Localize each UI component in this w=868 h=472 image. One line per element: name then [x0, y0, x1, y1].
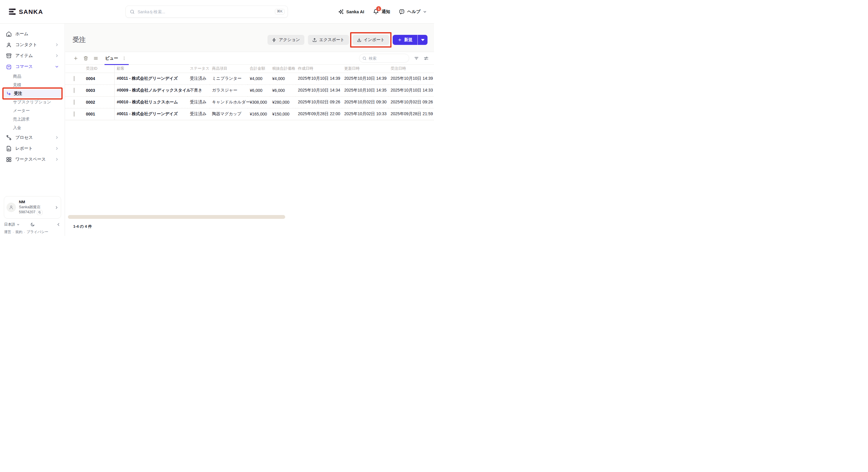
sidebar-subitem-invoices[interactable]: 売上請求 — [4, 115, 61, 123]
sidebar-subitem-orders[interactable]: 受注 — [4, 89, 61, 98]
sidebar-item-home[interactable]: ホーム — [4, 28, 61, 39]
dark-mode-toggle[interactable] — [30, 223, 35, 227]
sidebar-item-reports[interactable]: レポート — [4, 143, 61, 154]
sparkles-icon — [338, 9, 344, 15]
cell-customer[interactable]: #0011 - 株式会社グリーンデイズ — [114, 73, 187, 85]
table-row[interactable]: 0004 #0011 - 株式会社グリーンデイズ 受注済み ミニプランター ¥4… — [65, 73, 434, 85]
sidebar-item-label: ホーム — [16, 31, 28, 37]
cell-order-id[interactable]: 0004 — [86, 73, 114, 85]
column-header-total[interactable]: 合計金額 — [247, 65, 270, 73]
column-header-created[interactable]: 作成日時 — [296, 65, 342, 73]
chevron-right-icon — [55, 206, 58, 209]
cell-status: 受注済み — [187, 96, 210, 108]
column-header-item[interactable]: 商品項目 — [210, 65, 247, 73]
row-checkbox[interactable] — [74, 99, 74, 105]
sidebar-item-contacts[interactable]: コンタクト — [4, 39, 61, 50]
orders-table-card: ビュー — [65, 52, 434, 236]
table-row[interactable]: 0001 #0011 - 株式会社グリーンデイズ 受注済み 陶器マグカップ ¥1… — [65, 108, 434, 120]
moon-icon — [30, 223, 35, 227]
table-search-input[interactable] — [369, 56, 406, 61]
cell-updated: 2025年10月10日 14:35 — [342, 85, 388, 96]
sidebar: ホーム コンタクト アイテム — [0, 24, 65, 236]
cell-order-id[interactable]: 0002 — [86, 96, 114, 108]
footer-link-operations[interactable]: 運営 — [4, 230, 11, 235]
cell-ordered: 2025年10月02日 09:26 — [388, 96, 434, 108]
table-row[interactable]: 0003 #0009 - 株式会社ノルディックスタイル 下書き ガラスジャー ¥… — [65, 85, 434, 96]
cell-customer[interactable]: #0010 - 株式会社リュクスホーム — [114, 96, 187, 108]
sidebar-subitem-label: メーター — [13, 108, 30, 113]
sidebar-subitem-meters[interactable]: メーター — [4, 106, 61, 115]
import-button[interactable]: インポート — [352, 35, 389, 45]
sidebar-item-process[interactable]: プロセス — [4, 132, 61, 143]
column-header-status[interactable]: ステータス — [187, 65, 210, 73]
sanka-ai-button[interactable]: Sanka AI — [338, 9, 364, 15]
cell-total: ¥6,000 — [247, 85, 270, 96]
kebab-menu-icon[interactable] — [122, 56, 126, 61]
row-checkbox[interactable] — [74, 88, 74, 93]
avatar — [6, 203, 16, 212]
sidebar-collapse-button[interactable] — [56, 223, 61, 227]
cell-created: 2025年09月28日 22:00 — [296, 108, 342, 120]
chevron-down-icon — [17, 223, 20, 226]
sliders-icon[interactable] — [424, 56, 429, 61]
sidebar-item-workspace[interactable]: ワークスペース — [4, 154, 61, 165]
sidebar-subitem-subscriptions[interactable]: サブスクリプション — [4, 98, 61, 106]
trash-icon — [83, 56, 88, 61]
cell-customer[interactable]: #0009 - 株式会社ノルディックスタイル — [114, 85, 187, 96]
footer-link-terms[interactable]: 規約 — [16, 230, 23, 235]
add-row-button[interactable] — [73, 56, 78, 61]
export-button[interactable]: エクスポート — [308, 35, 349, 45]
cell-created: 2025年10月10日 14:39 — [296, 73, 342, 85]
sidebar-item-commerce[interactable]: コマース — [4, 61, 61, 72]
column-header-ordered[interactable]: 受注日時 — [388, 65, 434, 73]
notification-badge: 1 — [376, 6, 381, 11]
cell-order-id[interactable]: 0003 — [86, 85, 114, 96]
new-button[interactable]: 新規 — [393, 35, 428, 45]
column-header-order-id[interactable]: 受注ID — [86, 65, 114, 73]
filter-icon[interactable] — [414, 56, 419, 61]
table-search[interactable] — [359, 54, 409, 63]
svg-text:?: ? — [401, 10, 403, 13]
user-icon — [6, 42, 12, 48]
help-button[interactable]: ? ヘルプ — [399, 9, 427, 15]
horizontal-scrollbar-thumb[interactable] — [68, 215, 285, 219]
upload-icon — [312, 38, 317, 42]
notifications-button[interactable]: 1 通知 — [373, 8, 390, 15]
global-search-input[interactable] — [137, 9, 272, 14]
sidebar-footer-links: 運営· 規約· プライバシー — [4, 230, 48, 235]
sanka-logo[interactable]: SANKA — [9, 0, 43, 23]
language-selector[interactable]: 日本語 — [4, 222, 20, 227]
sidebar-subitem-quotes[interactable]: 見積 — [4, 81, 61, 89]
cell-order-id[interactable]: 0001 — [86, 108, 114, 120]
plus-icon — [398, 38, 402, 42]
row-checkbox[interactable] — [74, 111, 74, 117]
main-content: 受注 アクション エクスポート インポート 新規 — [65, 24, 434, 236]
row-checkbox[interactable] — [74, 76, 74, 81]
cell-customer[interactable]: #0011 - 株式会社グリーンデイズ — [114, 108, 187, 120]
user-name: NM — [19, 200, 52, 205]
sidebar-item-items[interactable]: アイテム — [4, 50, 61, 61]
delete-button[interactable] — [83, 56, 88, 61]
column-header-customer[interactable]: 顧客 — [114, 65, 187, 73]
sidebar-item-label: プロセス — [16, 135, 33, 140]
archive-box-icon — [6, 53, 12, 59]
new-button-dropdown[interactable] — [418, 35, 428, 45]
list-view-icon[interactable] — [93, 56, 98, 61]
sidebar-subitem-products[interactable]: 商品 — [4, 72, 61, 81]
sidebar-subitem-payments[interactable]: 入金 — [4, 123, 61, 132]
table-row[interactable]: 0002 #0010 - 株式会社リュクスホーム 受注済み キャンドルホルダー … — [65, 96, 434, 108]
column-header-updated[interactable]: 更新日時 — [342, 65, 388, 73]
sidebar-subitem-label: サブスクリプション — [13, 99, 51, 105]
tab-view[interactable]: ビュー — [104, 52, 129, 65]
global-search[interactable]: ⌘K — [125, 6, 288, 18]
cell-total: ¥165,000 — [247, 108, 270, 120]
actions-button[interactable]: アクション — [268, 35, 304, 45]
column-header-subtotal[interactable]: 税抜合計価格 — [270, 65, 296, 73]
sidebar-subitem-label: 商品 — [13, 74, 21, 79]
cell-subtotal: ¥150,000 — [270, 108, 296, 120]
copy-icon[interactable] — [37, 210, 42, 215]
chevron-right-icon — [55, 147, 59, 150]
cell-item: 陶器マグカップ — [210, 108, 247, 120]
footer-link-privacy[interactable]: プライバシー — [27, 230, 48, 235]
user-card[interactable]: NM Sanka雑貨店 59874207 — [4, 196, 61, 218]
